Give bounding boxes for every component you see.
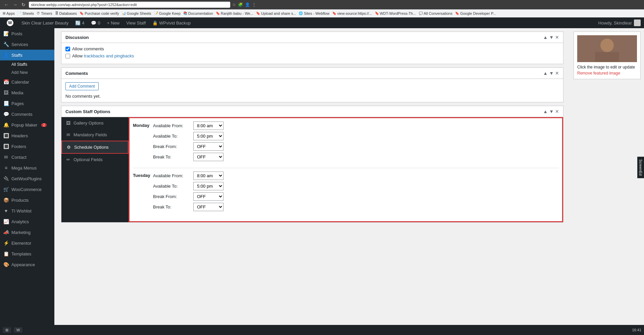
wp-updates[interactable]: 🔄 4: [72, 17, 88, 28]
allow-comments-checkbox[interactable]: [65, 47, 70, 51]
featured-image-box: Click the image to edit or update Remove…: [574, 32, 641, 79]
optional-label: Optional Fields: [73, 157, 103, 162]
bookmark-wdt[interactable]: 🔖 WDT-WordPress-Th...: [375, 11, 416, 15]
sidebar-item-getwoo[interactable]: 🔌 GetWooPlugins: [0, 173, 54, 184]
add-comment-button[interactable]: Add Comment: [65, 82, 99, 90]
custom-staff-down[interactable]: ▼: [549, 109, 554, 114]
wp-comments-count[interactable]: 💬 0: [88, 17, 103, 28]
monday-break-from-select[interactable]: OFF 12:00 pm 1:00 pm: [193, 142, 224, 151]
staff-sidebar-optional[interactable]: ✏ Optional Fields: [61, 154, 129, 165]
screened-tab[interactable]: ScreenEd: [637, 157, 644, 178]
staff-sidebar-gallery[interactable]: 🖼 Gallery Options: [61, 117, 129, 129]
sidebar-item-headers[interactable]: 🔳 Headers: [0, 130, 54, 141]
sidebar-item-woocommerce[interactable]: 🛒 WooCommerce: [0, 184, 54, 195]
bookmark-docs[interactable]: 📚 Documentation: [183, 11, 213, 15]
wp-site-name[interactable]: Skin Clear Laser Beauty: [18, 17, 72, 28]
sidebar-item-mega-menus[interactable]: ≡ Mega Menus: [0, 162, 54, 173]
profile-icon[interactable]: 👤: [245, 2, 250, 7]
bookmark-keep[interactable]: 📝 Google Keep: [154, 11, 181, 15]
monday-break-to-select[interactable]: OFF 12:30 pm 1:00 pm: [193, 153, 224, 161]
bookmark-apps[interactable]: ⊞ Apps: [3, 11, 15, 15]
sidebar-item-elementor[interactable]: ⚡ Elementor: [0, 238, 54, 248]
comments-controls[interactable]: ▲ ▼ ✕: [543, 70, 559, 76]
sidebar-item-analytics[interactable]: 📈 Analytics: [0, 216, 54, 227]
remove-featured-image-link[interactable]: Remove featured image: [577, 71, 637, 76]
staff-sidebar-mandatory[interactable]: ✉ Mandatory Fields: [61, 129, 129, 141]
bookmark-databases[interactable]: 🗄 Databases: [55, 11, 77, 15]
discussion-up-arrow[interactable]: ▲: [543, 35, 548, 40]
comments-close-btn[interactable]: ✕: [555, 70, 559, 76]
discussion-close-btn[interactable]: ✕: [555, 35, 559, 40]
sidebar-item-marketing[interactable]: 📣 Marketing: [0, 227, 54, 238]
monday-break-from-row: Break From: OFF 12:00 pm 1:00 pm: [153, 142, 559, 151]
bookmark-timers[interactable]: ⏱ Timers: [37, 11, 52, 15]
wp-backup[interactable]: 🔒 WPvivid Backup: [149, 17, 194, 28]
forward-button[interactable]: →: [11, 1, 19, 8]
sidebar-subitem-add-new[interactable]: Add New: [0, 68, 54, 77]
custom-staff-close[interactable]: ✕: [555, 109, 559, 114]
bookmark-purchase[interactable]: 🔖 Purchase code verify: [80, 11, 119, 15]
sidebar-item-pages[interactable]: 📃 Pages: [0, 98, 54, 109]
sidebar-item-contact[interactable]: ✉ Contact: [0, 152, 54, 162]
sidebar-item-calendar[interactable]: 📅 Calendar: [0, 77, 54, 87]
featured-image-thumbnail[interactable]: [577, 35, 637, 62]
monday-available-to-row: Available To: 5:00 pm 6:00 pm 7:00 pm: [153, 132, 559, 140]
gallery-icon: 🖼: [65, 121, 71, 126]
bookmark-sheets[interactable]: 📄 Sheets: [17, 11, 34, 15]
sidebar-item-posts[interactable]: 📝 Posts: [0, 28, 54, 39]
bookmark-conversations[interactable]: 💬 All Conversations: [419, 11, 453, 15]
sidebar-subitem-all-staffs[interactable]: All Staffs: [0, 60, 54, 68]
sidebar-item-appearance[interactable]: 🎨 Appearance: [0, 259, 54, 270]
tuesday-break-from-label: Break From:: [153, 194, 193, 199]
bookmark-ranjith[interactable]: 🔖 Ranjith babu - We...: [216, 11, 253, 15]
comments-up-arrow[interactable]: ▲: [543, 70, 548, 76]
sidebar-label-contact: Contact: [11, 155, 27, 160]
tuesday-section: Tuesday Available From: 8:00 am 9:00 am: [133, 172, 559, 213]
allow-trackbacks-checkbox[interactable]: [65, 54, 70, 58]
sidebar-item-popup-maker[interactable]: 🔔 Popup Maker 2: [0, 119, 54, 130]
bookmark-viewsource[interactable]: 🔖 view-source:https://...: [332, 11, 372, 15]
monday-available-from-select[interactable]: 8:00 am 9:00 am 10:00 am: [193, 122, 224, 130]
bookmark-upload[interactable]: 🔖 Upload and share s...: [256, 11, 296, 15]
tuesday-available-from-select[interactable]: 8:00 am 9:00 am: [193, 172, 224, 180]
tuesday-break-to-select[interactable]: OFF 12:30 pm: [193, 203, 224, 211]
bookmark-google-dev[interactable]: 🔖 Google Developer P...: [455, 11, 496, 15]
bookmark-webflow[interactable]: 🌐 Sites - Webflow: [299, 11, 329, 15]
wp-view-staff[interactable]: View Staff: [123, 17, 149, 28]
pages-icon: 📃: [3, 101, 9, 106]
monday-break-to-row: Break To: OFF 12:30 pm 1:00 pm: [153, 153, 559, 161]
bookmark-gsheets[interactable]: 📊 Google Sheets: [122, 11, 151, 15]
back-button[interactable]: ←: [3, 1, 10, 8]
extensions-icon[interactable]: 🧩: [238, 2, 243, 7]
wp-logo-item[interactable]: W: [3, 17, 18, 28]
star-icon[interactable]: ☆: [232, 2, 236, 7]
tuesday-available-to-select[interactable]: 5:00 pm 6:00 pm: [193, 182, 224, 190]
discussion-controls[interactable]: ▲ ▼ ✕: [543, 35, 559, 40]
sidebar-item-services[interactable]: 🔧 Services: [0, 39, 54, 50]
staff-sidebar-schedule[interactable]: ⚙ Schedule Options: [61, 141, 129, 154]
taskbar-start[interactable]: ⊞: [3, 327, 11, 333]
trackbacks-link[interactable]: trackbacks and pingbacks: [84, 53, 134, 58]
refresh-button[interactable]: ↻: [20, 1, 27, 8]
sidebar-item-media[interactable]: 🖼 Media: [0, 87, 54, 98]
wp-new[interactable]: + New: [104, 17, 123, 28]
discussion-down-arrow[interactable]: ▼: [549, 35, 554, 40]
sidebar-item-comments[interactable]: 💬 Comments: [0, 109, 54, 119]
day-separator-1: [133, 168, 559, 168]
custom-staff-up[interactable]: ▲: [543, 109, 548, 114]
custom-staff-controls[interactable]: ▲ ▼ ✕: [543, 109, 559, 114]
monday-available-to-select[interactable]: 5:00 pm 6:00 pm 7:00 pm: [193, 132, 224, 140]
comments-down-arrow[interactable]: ▼: [549, 70, 554, 76]
browser-url-bar[interactable]: skinclear.webjip.com/wp-admin/post.php?p…: [29, 2, 230, 8]
browser-nav[interactable]: ← → ↻: [3, 1, 27, 8]
sidebar-item-footers[interactable]: 🔳 Footers: [0, 141, 54, 152]
menu-icon[interactable]: ⋮: [252, 2, 256, 7]
sidebar-item-templates[interactable]: 📋 Templates: [0, 248, 54, 259]
sidebar-item-products[interactable]: 📦 Products: [0, 195, 54, 205]
taskbar-wp[interactable]: W: [14, 327, 22, 333]
tuesday-break-from-select[interactable]: OFF 12:00 pm: [193, 192, 224, 201]
sidebar-item-staffs[interactable]: 👤 Staffs: [0, 50, 54, 60]
sidebar-item-ti-wishlist[interactable]: ♥ TI Wishlist: [0, 205, 54, 216]
wp-howdy[interactable]: Howdy, Skindlear: [598, 19, 641, 26]
svg-rect-2: [595, 52, 619, 62]
